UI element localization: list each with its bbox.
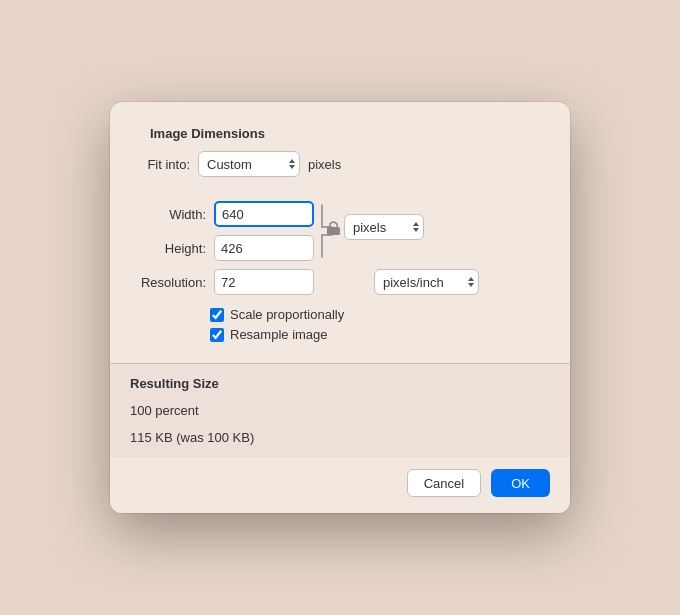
height-input[interactable]: [214, 235, 314, 261]
resolution-unit-select[interactable]: pixels/inch pixels/cm: [374, 269, 479, 295]
resample-image-checkbox[interactable]: [210, 328, 224, 342]
fit-into-label: Fit into:: [130, 157, 190, 172]
svg-rect-0: [327, 227, 340, 235]
image-dimensions-dialog: Image Dimensions Fit into: Custom 640 × …: [110, 102, 570, 513]
fit-into-select-wrap[interactable]: Custom 640 × 480 800 × 600 1024 × 768: [198, 151, 300, 177]
resulting-size-value: 115 KB (was 100 KB): [130, 430, 550, 445]
resulting-size-title: Resulting Size: [130, 376, 550, 391]
cancel-button[interactable]: Cancel: [407, 469, 481, 497]
resolution-input[interactable]: [214, 269, 314, 295]
ok-button[interactable]: OK: [491, 469, 550, 497]
width-input[interactable]: [214, 201, 314, 227]
height-label: Height:: [130, 241, 206, 256]
section-title: Image Dimensions: [130, 126, 550, 151]
resample-image-label: Resample image: [230, 327, 328, 342]
fit-into-select[interactable]: Custom 640 × 480 800 × 600 1024 × 768: [198, 151, 300, 177]
fit-into-unit-label: pixels: [308, 157, 341, 172]
scale-proportionally-checkbox[interactable]: [210, 308, 224, 322]
proportional-lock-bracket-icon: [318, 201, 340, 261]
resulting-percent-value: 100 percent: [130, 403, 550, 418]
button-bar: Cancel OK: [110, 457, 570, 513]
scale-proportionally-label: Scale proportionally: [230, 307, 344, 322]
width-label: Width:: [130, 207, 206, 222]
pixel-unit-select-wrap[interactable]: pixels percent inches cm: [344, 214, 424, 240]
resulting-size-section: Resulting Size 100 percent 115 KB (was 1…: [110, 364, 570, 457]
pixel-unit-select[interactable]: pixels percent inches cm: [344, 214, 424, 240]
resolution-label: Resolution:: [130, 275, 206, 290]
resolution-unit-select-wrap[interactable]: pixels/inch pixels/cm: [374, 269, 479, 295]
